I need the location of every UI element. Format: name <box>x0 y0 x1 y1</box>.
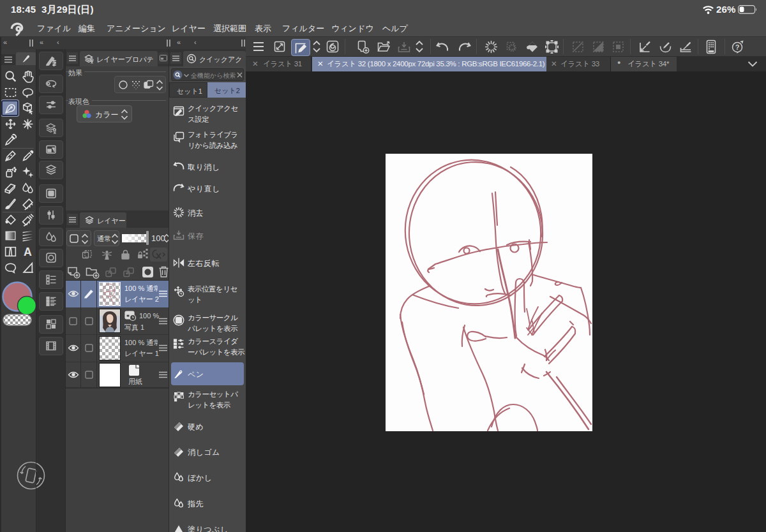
svg-text:?: ? <box>735 43 740 51</box>
svg-text:A: A <box>24 246 32 258</box>
